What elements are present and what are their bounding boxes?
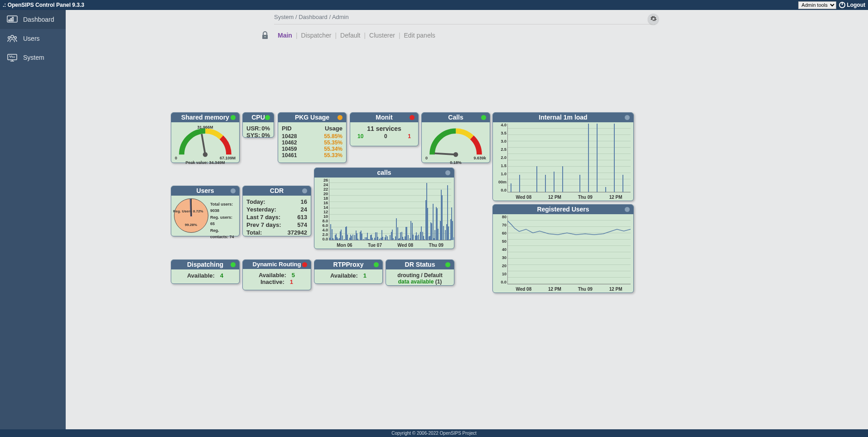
panel-internal-load[interactable]: Internal 1m load 4.03.53.02.52.01.51.000… bbox=[492, 112, 634, 201]
chart-area bbox=[329, 179, 451, 240]
status-dot-icon bbox=[481, 115, 486, 120]
svg-point-9 bbox=[265, 36, 266, 38]
sidebar-item-label: Users bbox=[23, 35, 40, 42]
lock-icon bbox=[260, 31, 270, 40]
panel-shared-memory[interactable]: Shared memory 31.966M 067.109M Peak valu… bbox=[171, 112, 240, 163]
panel-calls-chart[interactable]: calls 2624222018161412108.06.04.02.00.0 … bbox=[314, 168, 454, 249]
svg-point-13 bbox=[453, 152, 458, 157]
content: System / Dashboard / Admin Main | Dispat… bbox=[66, 10, 868, 303]
panel-cdr[interactable]: CDR Today:16 Yesterday:24 Last 7 days:61… bbox=[242, 186, 311, 236]
breadcrumb: System / Dashboard / Admin bbox=[274, 14, 349, 20]
dashboard-icon bbox=[7, 15, 18, 24]
panel-dr-status[interactable]: DR Status drouting / Default data availa… bbox=[386, 259, 454, 286]
tabs: Main | Dispatcher | Default | Clusterer … bbox=[260, 31, 868, 40]
tab-clusterer[interactable]: Clusterer bbox=[369, 32, 395, 39]
tab-dispatcher[interactable]: Dispatcher bbox=[301, 32, 332, 39]
tab-main[interactable]: Main bbox=[278, 32, 292, 39]
status-dot-icon bbox=[625, 115, 630, 120]
status-dot-icon bbox=[231, 188, 236, 193]
tab-default[interactable]: Default bbox=[340, 32, 360, 39]
power-icon bbox=[839, 2, 845, 8]
panel-pkg-usage[interactable]: PKG Usage PIDUsage 1042855.85% 1046255.3… bbox=[278, 112, 347, 163]
chart-area bbox=[507, 124, 631, 192]
panel-cpu[interactable]: CPU USR:0% SYS:0% bbox=[242, 112, 274, 138]
topbar: .: OpenSIPS Control Panel 9.3.3 Admin to… bbox=[0, 0, 868, 10]
status-dot-icon bbox=[231, 115, 236, 120]
status-dot-icon bbox=[625, 207, 630, 212]
svg-point-4 bbox=[11, 35, 14, 38]
svg-rect-2 bbox=[10, 19, 12, 21]
svg-point-11 bbox=[203, 152, 207, 157]
panel-registered-users[interactable]: Registered Users 80706050403020100.0 Wed… bbox=[492, 204, 634, 293]
sidebar-item-label: Dashboard bbox=[23, 16, 54, 23]
tab-edit-panels[interactable]: Edit panels bbox=[404, 32, 435, 39]
panel-calls-gauge[interactable]: Calls 09.639k 0.18% bbox=[421, 112, 490, 163]
sidebar-item-label: System bbox=[23, 54, 44, 61]
panel-dynamic-routing[interactable]: Dynamic Routing Available:5 Inactive:1 bbox=[242, 259, 311, 290]
admin-tools-select[interactable]: Admin tools bbox=[798, 1, 836, 9]
svg-line-12 bbox=[434, 154, 456, 155]
status-dot-icon bbox=[302, 188, 307, 193]
users-pie bbox=[174, 198, 208, 233]
chart-area bbox=[507, 216, 631, 284]
dashboard-grid: Shared memory 31.966M 067.109M Peak valu… bbox=[66, 112, 868, 303]
status-dot-icon bbox=[445, 170, 450, 175]
panel-monit[interactable]: Monit 11 services 1001 bbox=[350, 112, 419, 146]
status-dot-icon bbox=[445, 262, 450, 267]
status-dot-icon bbox=[338, 115, 342, 120]
status-dot-icon bbox=[265, 115, 270, 120]
sidebar-item-users[interactable]: Users bbox=[0, 29, 66, 48]
logout-button[interactable]: Logout bbox=[839, 2, 865, 8]
system-icon bbox=[7, 53, 18, 62]
svg-line-10 bbox=[202, 134, 205, 155]
sidebar: Dashboard Users System bbox=[0, 10, 66, 303]
status-dot-icon bbox=[302, 262, 307, 267]
settings-button[interactable] bbox=[648, 14, 659, 24]
status-dot-icon bbox=[231, 262, 236, 267]
panel-rtpproxy[interactable]: RTPProxy Available:1 bbox=[314, 259, 383, 284]
status-dot-icon bbox=[410, 115, 415, 120]
users-icon bbox=[7, 34, 18, 43]
svg-rect-3 bbox=[12, 17, 14, 21]
svg-point-5 bbox=[8, 37, 10, 39]
svg-point-6 bbox=[14, 37, 17, 39]
sidebar-item-system[interactable]: System bbox=[0, 48, 66, 67]
svg-rect-1 bbox=[9, 20, 10, 21]
status-dot-icon bbox=[374, 262, 379, 267]
panel-dispatching[interactable]: Dispatching Available:4 bbox=[171, 259, 240, 284]
panel-users[interactable]: Users Reg. Users 0.72% 99.28% Total user… bbox=[171, 186, 240, 236]
app-title: .: OpenSIPS Control Panel 9.3.3 bbox=[3, 2, 84, 8]
sidebar-item-dashboard[interactable]: Dashboard bbox=[0, 10, 66, 29]
